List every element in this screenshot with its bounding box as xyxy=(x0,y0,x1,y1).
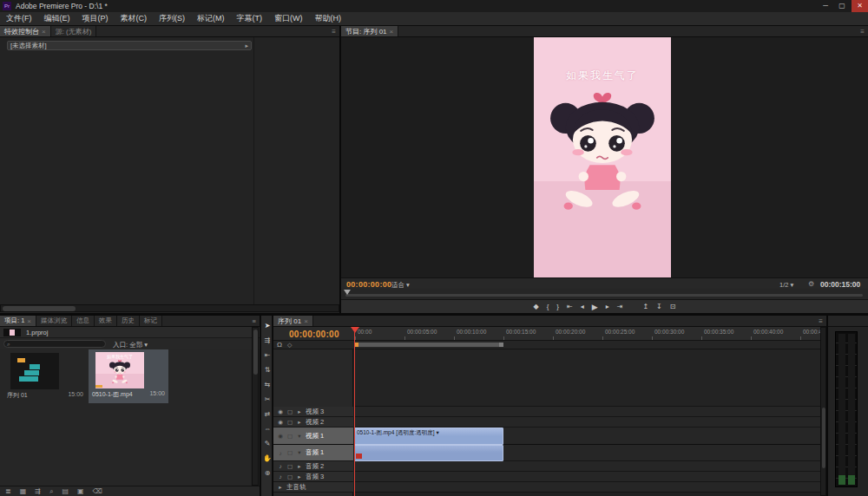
collapse-track-icon[interactable]: ▸ xyxy=(277,484,284,491)
track-header-audio-1[interactable]: ♪ ▢ ▾ 音频 1 xyxy=(273,445,353,461)
panel-menu-icon[interactable]: ≡ xyxy=(815,316,826,326)
tab-project[interactable]: 项目: 1 × xyxy=(0,316,36,326)
timeline-video-clip[interactable]: 0510-1-图.mp4 [透明度:透明度] ▾ xyxy=(354,427,503,445)
playhead-line[interactable] xyxy=(354,327,355,496)
effect-controls-clip-header[interactable]: [未选择素材] ▸ xyxy=(7,41,252,50)
track-lane-audio-3[interactable] xyxy=(354,472,821,482)
export-frame-button[interactable]: ⊡ xyxy=(670,301,676,313)
track-lock-icon[interactable]: ▢ xyxy=(286,463,293,470)
collapse-track-icon[interactable]: ▸ xyxy=(296,473,303,480)
track-lock-icon[interactable]: ▢ xyxy=(286,408,293,415)
collapse-track-icon[interactable]: ▾ xyxy=(296,449,303,456)
track-lane-master[interactable] xyxy=(354,482,821,493)
project-item-sequence[interactable]: 序列 01 15:00 xyxy=(3,350,87,402)
play-button[interactable]: ▶ xyxy=(592,301,598,313)
hand-tool[interactable]: ✋ xyxy=(261,452,273,465)
icon-view-button[interactable]: ▦ xyxy=(20,487,27,495)
ripple-edit-tool[interactable]: ⇤ xyxy=(261,349,273,362)
project-vscrollbar[interactable] xyxy=(252,327,259,486)
playhead-caret[interactable] xyxy=(351,327,359,333)
list-view-button[interactable]: ≣ xyxy=(5,487,11,495)
rolling-edit-tool[interactable]: ⇅ xyxy=(261,363,273,376)
rate-stretch-tool[interactable]: ⇆ xyxy=(261,378,273,391)
track-select-tool[interactable]: ⇶ xyxy=(261,334,273,347)
new-item-button[interactable]: ▣ xyxy=(77,487,84,495)
collapse-track-icon[interactable]: ▸ xyxy=(296,408,303,415)
program-resolution-dropdown[interactable]: 1/2 ▾ xyxy=(779,281,793,289)
toggle-track-output-icon[interactable]: ◉ xyxy=(277,419,284,426)
collapse-track-icon[interactable]: ▸ xyxy=(296,463,303,470)
track-header-audio-2[interactable]: ♪ ▢ ▸ 音频 2 xyxy=(273,461,353,472)
mark-in-button[interactable]: { xyxy=(547,301,549,313)
program-playhead-marker[interactable] xyxy=(344,290,351,295)
clear-button[interactable]: ⌫ xyxy=(93,487,102,495)
search-box[interactable]: ⌕ xyxy=(3,340,106,348)
entry-filter-dropdown[interactable]: 入口: 全部 ▾ xyxy=(113,341,148,349)
panel-menu-icon[interactable]: ≡ xyxy=(857,26,868,36)
timeline-timecode[interactable]: 00:00:00:00 xyxy=(289,330,339,339)
tab-source-monitor[interactable]: 源: (无素材) xyxy=(51,26,97,36)
new-bin-button[interactable]: ▤ xyxy=(62,487,69,495)
work-area-bar[interactable] xyxy=(354,343,503,347)
track-lock-icon[interactable]: ▢ xyxy=(286,473,293,480)
track-lock-icon[interactable]: ▢ xyxy=(286,419,293,426)
menu-item-sequence[interactable]: 序列(S) xyxy=(153,13,191,24)
maximize-button[interactable]: ▢ xyxy=(834,0,850,12)
sequence-thumbnail[interactable] xyxy=(10,353,59,389)
track-header-master[interactable]: ▸ 主音轨 xyxy=(273,482,353,493)
tab-media-browser[interactable]: 媒体浏览 xyxy=(36,316,72,326)
menu-item-project[interactable]: 项目(P) xyxy=(76,13,115,24)
effect-controls-hscrollbar[interactable] xyxy=(0,304,339,312)
add-marker-button[interactable]: ◆ xyxy=(534,301,539,313)
project-item-clip[interactable]: 如果我生气了 0510-1-图.mp4 15:00 xyxy=(89,349,168,403)
track-header-audio-3[interactable]: ♪ ▢ ▸ 音频 3 xyxy=(273,472,353,482)
tab-close-icon[interactable]: × xyxy=(42,28,46,36)
program-timecode[interactable]: 00:00:00:00 xyxy=(346,280,391,289)
timeline-audio-clip[interactable] xyxy=(354,445,503,461)
tab-info[interactable]: 信息 xyxy=(72,316,95,326)
chevron-right-icon[interactable]: ▸ xyxy=(245,42,248,49)
timeline-vscrollbar[interactable] xyxy=(820,327,826,496)
search-input[interactable] xyxy=(12,341,102,347)
menu-item-title[interactable]: 字幕(T) xyxy=(231,13,269,24)
extract-button[interactable]: ↧ xyxy=(656,301,662,313)
menu-item-file[interactable]: 文件(F) xyxy=(0,13,38,24)
tab-history[interactable]: 历史 xyxy=(117,316,140,326)
step-back-button[interactable]: ◂ xyxy=(581,301,584,313)
menu-item-clip[interactable]: 素材(C) xyxy=(115,13,154,24)
lift-button[interactable]: ↥ xyxy=(642,301,648,313)
vscrollbar-thumb[interactable] xyxy=(822,408,825,468)
track-lane-video-3[interactable] xyxy=(354,407,821,417)
automate-to-sequence-button[interactable]: ⇶ xyxy=(35,487,41,495)
program-scrubber-track[interactable] xyxy=(345,294,863,297)
toggle-track-mute-icon[interactable]: ♪ xyxy=(277,463,284,469)
toggle-track-mute-icon[interactable]: ♪ xyxy=(277,450,284,456)
minimize-button[interactable]: ─ xyxy=(818,0,833,12)
tab-close-icon[interactable]: × xyxy=(304,317,308,325)
tab-program-monitor[interactable]: 节目: 序列 01 × xyxy=(341,26,398,36)
track-header-video-3[interactable]: ◉ ▢ ▸ 视频 3 xyxy=(273,407,353,417)
slip-tool[interactable]: ⇄ xyxy=(261,408,273,421)
clip-thumbnail[interactable]: 如果我生气了 xyxy=(95,352,144,388)
track-lock-icon[interactable]: ▢ xyxy=(286,433,293,440)
snap-magnet-icon[interactable]: Ω xyxy=(277,341,282,349)
track-lane-video-2[interactable] xyxy=(354,417,821,427)
tab-close-icon[interactable]: × xyxy=(390,28,394,36)
tab-close-icon[interactable]: × xyxy=(27,317,31,325)
track-lock-icon[interactable]: ▢ xyxy=(286,449,293,456)
collapse-track-icon[interactable]: ▸ xyxy=(296,419,303,426)
panel-menu-icon[interactable]: ≡ xyxy=(328,26,339,36)
menu-item-edit[interactable]: 编辑(E) xyxy=(38,13,76,24)
panel-menu-icon[interactable]: ≡ xyxy=(249,316,260,326)
tab-sequence-01[interactable]: 序列 01 × xyxy=(273,316,313,326)
goto-in-button[interactable]: ⇤ xyxy=(567,301,573,313)
toggle-track-output-icon[interactable]: ◉ xyxy=(277,433,284,440)
menu-item-marker[interactable]: 标记(M) xyxy=(191,13,231,24)
tab-markers[interactable]: 标记 xyxy=(140,316,162,326)
pen-tool[interactable]: ✎ xyxy=(261,437,273,450)
menu-item-window[interactable]: 窗口(W) xyxy=(268,13,309,24)
chevron-down-icon[interactable]: ▾ xyxy=(436,429,438,435)
close-button[interactable]: ✕ xyxy=(852,0,868,12)
mark-out-button[interactable]: } xyxy=(556,301,559,313)
timeline-ruler[interactable]: 00:00 00:00:05:00 00:00:10:00 00:00:15:0… xyxy=(354,327,821,341)
